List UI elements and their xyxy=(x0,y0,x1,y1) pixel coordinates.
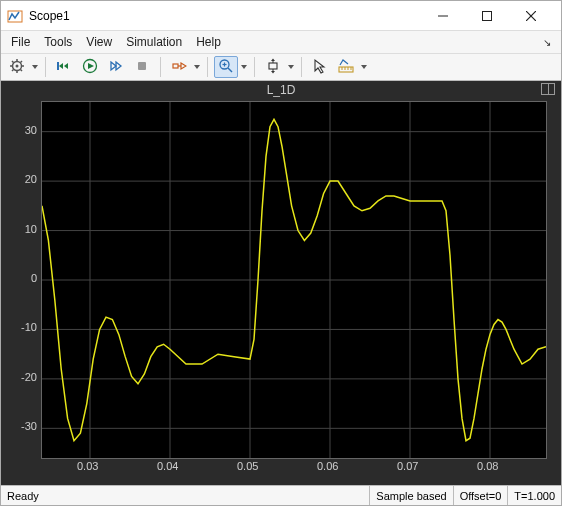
menu-help[interactable]: Help xyxy=(196,35,221,49)
y-tick-label: 10 xyxy=(25,223,37,235)
cursor-icon xyxy=(312,58,328,77)
restart-icon xyxy=(56,58,72,77)
restart-button[interactable] xyxy=(52,56,76,78)
highlight-button[interactable] xyxy=(167,56,191,78)
menu-tools[interactable]: Tools xyxy=(44,35,72,49)
status-time: T=1.000 xyxy=(507,486,561,505)
x-tick-label: 0.08 xyxy=(477,460,498,472)
y-tick-label: -20 xyxy=(21,371,37,383)
svg-marker-15 xyxy=(32,65,38,69)
x-tick-label: 0.03 xyxy=(77,460,98,472)
svg-marker-18 xyxy=(88,63,94,69)
separator xyxy=(207,57,208,77)
svg-rect-21 xyxy=(138,62,146,70)
zoom-in-icon xyxy=(218,58,234,77)
separator xyxy=(45,57,46,77)
close-button[interactable] xyxy=(509,2,553,30)
plot-title: L_1D xyxy=(1,83,561,97)
window-title: Scope1 xyxy=(29,9,70,23)
menu-file[interactable]: File xyxy=(11,35,30,49)
svg-rect-31 xyxy=(269,63,277,69)
svg-marker-33 xyxy=(271,58,275,61)
svg-rect-2 xyxy=(483,11,492,20)
autoscale-dropdown[interactable] xyxy=(287,56,295,78)
svg-line-14 xyxy=(21,61,23,63)
status-bar: Ready Sample based Offset=0 T=1.000 xyxy=(1,485,561,505)
svg-line-11 xyxy=(12,61,14,63)
settings-button[interactable] xyxy=(5,56,29,78)
y-tick-label: -10 xyxy=(21,321,37,333)
zoom-dropdown[interactable] xyxy=(240,56,248,78)
svg-line-13 xyxy=(12,69,14,71)
highlight-icon xyxy=(171,58,187,77)
stop-icon xyxy=(134,58,150,77)
svg-point-6 xyxy=(16,64,19,67)
toolbar xyxy=(1,53,561,81)
svg-marker-25 xyxy=(194,65,200,69)
y-tick-label: 20 xyxy=(25,173,37,185)
gear-icon xyxy=(9,58,25,77)
svg-marker-19 xyxy=(111,62,116,70)
menu-bar: File Tools View Simulation Help ↘ xyxy=(1,31,561,53)
svg-marker-30 xyxy=(241,65,247,69)
maximize-button[interactable] xyxy=(465,2,509,30)
expand-axes-icon[interactable] xyxy=(541,83,555,95)
menu-view[interactable]: View xyxy=(86,35,112,49)
status-mode: Sample based xyxy=(369,486,452,505)
svg-rect-22 xyxy=(173,64,178,68)
dock-arrow-icon[interactable]: ↘ xyxy=(543,37,551,48)
status-offset: Offset=0 xyxy=(453,486,508,505)
settings-dropdown[interactable] xyxy=(31,56,39,78)
menu-simulation[interactable]: Simulation xyxy=(126,35,182,49)
x-tick-label: 0.05 xyxy=(237,460,258,472)
svg-marker-24 xyxy=(181,63,186,69)
stop-button[interactable] xyxy=(130,56,154,78)
run-button[interactable] xyxy=(78,56,102,78)
svg-marker-37 xyxy=(315,60,324,73)
measure-dropdown[interactable] xyxy=(360,56,368,78)
x-tick-label: 0.06 xyxy=(317,460,338,472)
status-ready: Ready xyxy=(1,486,369,505)
step-forward-icon xyxy=(108,58,124,77)
svg-line-27 xyxy=(228,68,232,72)
measure-button[interactable] xyxy=(334,56,358,78)
app-icon xyxy=(7,8,23,24)
svg-line-12 xyxy=(21,69,23,71)
y-tick-label: 0 xyxy=(31,272,37,284)
separator xyxy=(301,57,302,77)
separator xyxy=(160,57,161,77)
zoom-button[interactable] xyxy=(214,56,238,78)
autoscale-icon xyxy=(265,58,281,77)
title-bar: Scope1 xyxy=(1,1,561,31)
play-icon xyxy=(82,58,98,77)
svg-marker-36 xyxy=(288,65,294,69)
x-tick-label: 0.07 xyxy=(397,460,418,472)
highlight-dropdown[interactable] xyxy=(193,56,201,78)
step-forward-button[interactable] xyxy=(104,56,128,78)
y-tick-label: 30 xyxy=(25,124,37,136)
axes[interactable] xyxy=(41,101,547,459)
plot-area: L_1D -30-20-1001020300.030.040.050.060.0… xyxy=(1,81,561,485)
y-tick-label: -30 xyxy=(21,420,37,432)
svg-marker-43 xyxy=(361,65,367,69)
minimize-button[interactable] xyxy=(421,2,465,30)
autoscale-button[interactable] xyxy=(261,56,285,78)
svg-marker-35 xyxy=(271,71,275,74)
cursor-button[interactable] xyxy=(308,56,332,78)
ruler-icon xyxy=(338,58,354,77)
separator xyxy=(254,57,255,77)
plot-canvas xyxy=(42,102,546,458)
x-tick-label: 0.04 xyxy=(157,460,178,472)
